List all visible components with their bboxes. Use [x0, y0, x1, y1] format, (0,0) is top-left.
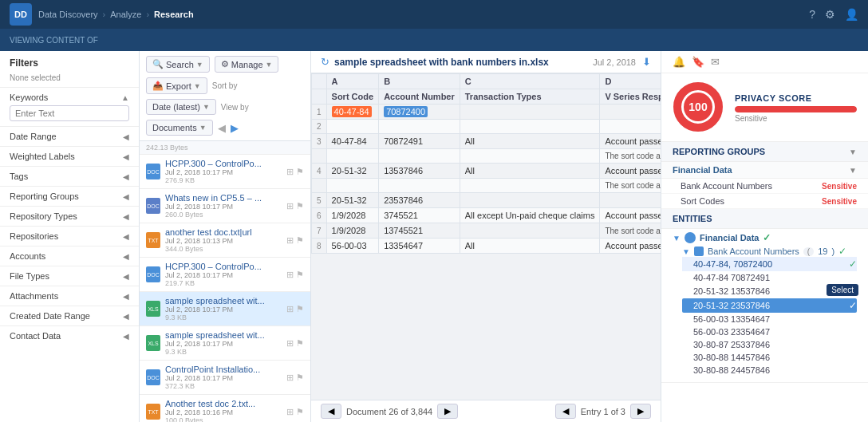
score-sensitive-label: Sensitive — [735, 114, 857, 123]
doc-prev-button[interactable]: ◀ — [321, 404, 341, 419]
reporting-groups-chevron: ▼ — [849, 148, 857, 156]
entity-item-check-icon: ✓ — [849, 258, 857, 270]
content-date: Jul 2, 2018 — [593, 57, 636, 67]
content-title: ↻ sample spreadsheet with bank numbers i… — [321, 56, 549, 68]
list-item[interactable]: XLS sample spreadsheet wit... Jul 2, 201… — [140, 326, 310, 361]
user-icon[interactable]: 👤 — [845, 8, 858, 21]
file-action-flag-icon[interactable]: ⚑ — [296, 338, 304, 349]
financial-data-subsection[interactable]: Financial Data ▼ — [661, 162, 868, 179]
file-action-flag-icon[interactable]: ⚑ — [296, 235, 304, 246]
keywords-arrow: ▲ — [121, 93, 129, 102]
file-action-flag-icon[interactable]: ⚑ — [296, 201, 304, 211]
entity-collapse-icon: ▼ — [673, 234, 681, 243]
entry-next-button[interactable]: ▶ — [630, 404, 651, 419]
accounts-section[interactable]: Accounts ◀ — [0, 246, 139, 266]
share-icon[interactable]: ✉ — [711, 56, 720, 68]
date-sort-button[interactable]: Date (latest) ▼ — [146, 99, 216, 115]
breadcrumb-research[interactable]: Research — [154, 10, 194, 19]
entity-item[interactable]: 30-80-87 25337846 — [682, 338, 857, 351]
app-logo: DD — [10, 3, 32, 26]
file-action-flag-icon[interactable]: ⚑ — [296, 373, 304, 383]
right-panel: 🔔 🔖 ✉ 100 Privacy Score Sensitive — [661, 51, 868, 422]
doc-next-button[interactable]: ▶ — [437, 404, 458, 419]
file-action-copy-icon[interactable]: ⊞ — [286, 167, 294, 177]
created-date-range-section[interactable]: Created Date Range ◀ — [0, 306, 139, 325]
nav-right-icons: ? ⚙ 👤 — [809, 8, 858, 21]
col-header-rownum — [312, 74, 327, 89]
bank-account-numbers-subheader[interactable]: ▼ Bank Account Numbers (19) ✓ — [682, 246, 857, 257]
file-toolbar: 🔍 Search ▼ ⚙ Manage ▼ 📤 Export ▼ Sort by… — [140, 51, 310, 141]
file-action-copy-icon[interactable]: ⊞ — [286, 201, 294, 211]
entity-item[interactable]: 30-80-88 24457846 — [682, 364, 857, 377]
file-icon-xls: XLS — [146, 335, 160, 351]
repository-types-section[interactable]: Repository Types ◀ — [0, 206, 139, 226]
help-icon[interactable]: ? — [809, 8, 815, 21]
download-icon[interactable]: ⬇ — [642, 56, 651, 68]
file-action-flag-icon[interactable]: ⚑ — [296, 407, 304, 417]
entity-financial-data-header[interactable]: ▼ Financial Data ✓ — [673, 232, 857, 243]
manage-button[interactable]: ⚙ Manage ▼ — [215, 56, 279, 73]
file-types-section[interactable]: File Types ◀ — [0, 266, 139, 286]
keywords-header[interactable]: Keywords ▲ — [10, 93, 129, 105]
weighted-labels-section[interactable]: Weighted Labels ◀ — [0, 146, 139, 166]
entity-item[interactable]: 56-00-03 13354647 — [682, 313, 857, 325]
attachments-section[interactable]: Attachments ◀ — [0, 286, 139, 306]
col-subheader-sortcode: Sort Code — [326, 89, 379, 105]
nav-next-icon[interactable]: ▶ — [231, 122, 239, 134]
file-action-copy-icon[interactable]: ⊞ — [286, 373, 294, 383]
breadcrumb-analyze[interactable]: Analyze — [110, 10, 141, 19]
nav-prev-icon[interactable]: ◀ — [218, 122, 226, 134]
list-item[interactable]: DOC ControlPoint Installatio... Jul 2, 2… — [140, 361, 310, 395]
col-subheader-transaction: Transaction Types — [460, 89, 600, 105]
list-item[interactable]: XLS sample spreadsheet wit... Jul 2, 201… — [140, 292, 310, 326]
file-action-copy-icon[interactable]: ⊞ — [286, 407, 294, 417]
list-item[interactable]: TXT Another test doc 2.txt... Jul 2, 201… — [140, 395, 310, 422]
file-action-copy-icon[interactable]: ⊞ — [286, 304, 294, 314]
search-button[interactable]: 🔍 Search ▼ — [146, 56, 210, 73]
file-action-flag-icon[interactable]: ⚑ — [296, 304, 304, 314]
export-button[interactable]: 📤 Export ▼ — [146, 77, 207, 94]
entity-item[interactable]: 40-47-84 70872491 — [682, 271, 857, 284]
entity-dot-icon — [685, 232, 696, 243]
col-header-a: A — [326, 74, 379, 89]
file-icon-doc: DOC — [146, 164, 160, 179]
right-panel-icons: 🔔 🔖 ✉ — [661, 51, 868, 73]
file-meta: Whats new in CP5.5 – ... Jul 2, 2018 10:… — [165, 193, 282, 219]
entity-item[interactable]: 40-47-84, 70872400 ✓ — [682, 257, 857, 271]
subgroup-collapse-icon: ▼ — [682, 247, 690, 256]
entities-header: Entities — [661, 209, 868, 229]
entity-item[interactable]: 20-51-32 23537846 ✓ Select — [682, 298, 857, 313]
refresh-icon[interactable]: ↻ — [321, 56, 329, 68]
col-header-b: B — [379, 74, 460, 89]
col-header-d: D — [600, 74, 661, 89]
file-action-flag-icon[interactable]: ⚑ — [296, 270, 304, 280]
repositories-section[interactable]: Repositories ◀ — [0, 226, 139, 246]
list-item[interactable]: TXT another test doc.txt|url Jul 2, 2018… — [140, 223, 310, 258]
bell-icon[interactable]: 🔔 — [673, 56, 685, 68]
reporting-groups-filter-section[interactable]: Reporting Groups ◀ — [0, 186, 139, 206]
reporting-groups-header[interactable]: Reporting Groups ▼ — [661, 142, 868, 162]
list-item[interactable]: DOC HCPP.300 – ControlPo... Jul 2, 2018 … — [140, 155, 310, 189]
col-subheader-vseries: V Series Response — [600, 89, 661, 105]
tags-section[interactable]: Tags ◀ — [0, 166, 139, 186]
breadcrumb-data-discovery[interactable]: Data Discovery — [38, 10, 98, 19]
contact-data-section[interactable]: Contact Data ◀ — [0, 325, 139, 345]
search-icon: 🔍 — [152, 59, 164, 69]
list-item[interactable]: DOC HCPP.300 – ControlPo... Jul 2, 2018 … — [140, 258, 310, 292]
file-action-flag-icon[interactable]: ⚑ — [296, 167, 304, 177]
date-range-section[interactable]: Date Range ◀ — [0, 126, 139, 146]
entry-prev-button[interactable]: ◀ — [555, 404, 576, 419]
file-action-copy-icon[interactable]: ⊞ — [286, 338, 294, 349]
settings-icon[interactable]: ⚙ — [825, 8, 835, 21]
file-action-copy-icon[interactable]: ⊞ — [286, 235, 294, 246]
table-row: 1 40-47-84 70872400 — [312, 105, 661, 120]
file-action-copy-icon[interactable]: ⊞ — [286, 270, 294, 280]
list-item[interactable]: DOC Whats new in CP5.5 – ... Jul 2, 2018… — [140, 189, 310, 223]
keywords-input[interactable] — [10, 105, 129, 121]
entity-item[interactable]: 56-00-03 23354647 — [682, 325, 857, 338]
documents-view-button[interactable]: Documents ▼ — [146, 120, 213, 136]
privacy-score-section: 100 Privacy Score Sensitive — [661, 73, 868, 142]
bookmark-icon[interactable]: 🔖 — [692, 56, 704, 68]
svg-text:100: 100 — [688, 101, 708, 113]
entity-item[interactable]: 30-80-88 14457846 — [682, 351, 857, 364]
